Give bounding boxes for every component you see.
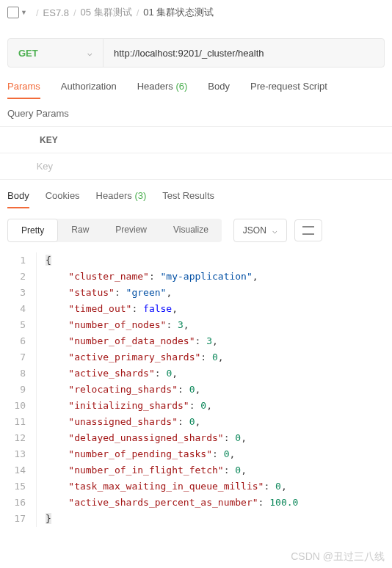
tab-headers-count: (6) (175, 81, 187, 92)
query-params-title: Query Params (0, 99, 392, 126)
wrap-button[interactable] (294, 219, 322, 241)
format-label: JSON (243, 225, 266, 236)
params-input-row (0, 153, 392, 180)
tab-headers[interactable]: Headers (6) (137, 81, 188, 99)
method-select[interactable]: GET ⌵ (8, 39, 104, 67)
view-tab-preview[interactable]: Preview (102, 219, 160, 242)
breadcrumb: ▼ / ES7.8 / 05 集群测试 / 01 集群状态测试 (0, 0, 392, 25)
key-input[interactable] (34, 161, 392, 172)
tab-body[interactable]: Body (208, 81, 230, 99)
view-tabs: Pretty Raw Preview Visualize (7, 219, 222, 242)
code-line: 12 "delayed_unassigned_shards": 0, (0, 430, 392, 446)
code-line: 15 "task_max_waiting_in_queue_millis": 0… (0, 478, 392, 495)
view-row: Pretty Raw Preview Visualize JSON ⌵ (0, 208, 392, 250)
resp-tab-cookies[interactable]: Cookies (46, 190, 80, 208)
resp-tab-headers-count: (3) (134, 190, 146, 201)
tab-params[interactable]: Params (7, 81, 40, 99)
view-tab-visualize[interactable]: Visualize (160, 219, 222, 242)
view-tab-pretty[interactable]: Pretty (7, 219, 58, 242)
breadcrumb-item[interactable]: 05 集群测试 (81, 6, 132, 19)
chevron-down-icon: ⌵ (87, 48, 92, 58)
resp-tab-body[interactable]: Body (7, 190, 29, 208)
code-line: 3 "status": "green", (0, 285, 392, 301)
wrap-icon (302, 226, 314, 235)
resp-tab-tests[interactable]: Test Results (162, 190, 214, 208)
code-line: 6 "number_of_data_nodes": 3, (0, 333, 392, 349)
breadcrumb-item[interactable]: ES7.8 (43, 7, 69, 18)
view-tab-raw[interactable]: Raw (58, 219, 102, 242)
params-header-row: KEY (0, 127, 392, 153)
code-line: 11 "unassigned_shards": 0, (0, 414, 392, 430)
format-select[interactable]: JSON ⌵ (233, 219, 287, 242)
request-tabs: Params Authorization Headers (6) Body Pr… (0, 68, 392, 99)
chevron-down-icon: ⌵ (272, 226, 277, 236)
breadcrumb-current: 01 集群状态测试 (143, 6, 214, 19)
tab-authorization[interactable]: Authorization (61, 81, 117, 99)
code-line: 9 "relocating_shards": 0, (0, 382, 392, 398)
resp-tab-headers[interactable]: Headers (3) (96, 190, 147, 208)
code-line: 16 "active_shards_percent_as_number": 10… (0, 495, 392, 511)
tab-headers-label: Headers (137, 81, 173, 92)
params-key-header: KEY (37, 135, 58, 145)
url-input[interactable] (104, 48, 384, 59)
code-line: 2 "cluster_name": "my-application", (0, 269, 392, 285)
code-line: 17} (0, 511, 392, 527)
response-code[interactable]: 1{2 "cluster_name": "my-application",3 "… (0, 250, 392, 530)
code-line: 5 "number_of_nodes": 3, (0, 317, 392, 333)
params-table: KEY (0, 126, 392, 180)
tab-prerequest[interactable]: Pre-request Script (250, 81, 327, 99)
code-line: 7 "active_primary_shards": 0, (0, 349, 392, 365)
code-line: 8 "active_shards": 0, (0, 365, 392, 382)
chevron-down-icon[interactable]: ▼ (21, 9, 27, 16)
code-line: 14 "number_of_in_flight_fetch": 0, (0, 462, 392, 478)
request-row: GET ⌵ (7, 38, 385, 68)
collection-icon[interactable] (7, 7, 19, 18)
code-line: 13 "number_of_pending_tasks": 0, (0, 446, 392, 462)
resp-tab-headers-label: Headers (96, 190, 132, 201)
response-tabs: Body Cookies Headers (3) Test Results (0, 180, 392, 208)
code-line: 10 "initializing_shards": 0, (0, 398, 392, 414)
code-line: 1{ (0, 252, 392, 269)
method-label: GET (18, 48, 38, 59)
code-line: 4 "timed_out": false, (0, 301, 392, 317)
